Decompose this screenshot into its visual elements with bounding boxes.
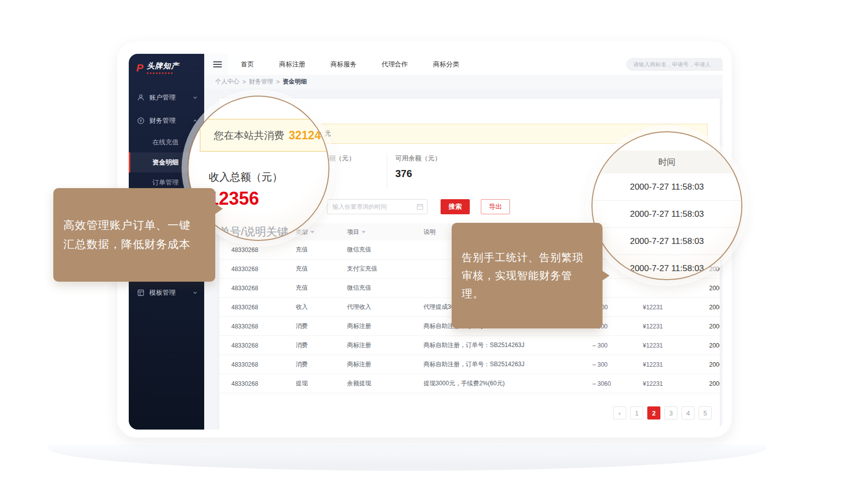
template-icon bbox=[137, 289, 145, 297]
nav-item-trademark-classification[interactable]: 商标分类 bbox=[420, 54, 472, 75]
sidebar-item-finance[interactable]: 财务管理 bbox=[129, 109, 204, 132]
top-navbar: 首页 商标注册 商标服务 代理合作 商标分类 bbox=[204, 54, 723, 75]
cell-order-number: 48330268 bbox=[231, 323, 296, 330]
pagination-page-button[interactable]: 1 bbox=[630, 406, 643, 419]
chevron-down-icon bbox=[193, 95, 198, 100]
search-input[interactable] bbox=[626, 58, 723, 71]
cell-balance: ¥12231 bbox=[643, 323, 709, 330]
pagination-page-button-active[interactable]: 2 bbox=[647, 406, 660, 419]
finance-icon bbox=[137, 117, 145, 125]
cell-time: 2000-7-27 11:58:03 bbox=[709, 304, 720, 311]
cell-balance: ¥12231 bbox=[643, 342, 709, 349]
tooltip-left: 高效管理账户订单、一键 汇总数据，降低财务成本 bbox=[53, 188, 215, 282]
cell-amount: – 300 bbox=[592, 342, 643, 349]
sidebar-item-account[interactable]: 账户管理 bbox=[129, 86, 204, 109]
cell-type: 充值 bbox=[296, 245, 347, 254]
breadcrumb: 个人中心 > 财务管理 > 资金明细 bbox=[204, 75, 723, 89]
cell-order-number: 48330268 bbox=[231, 380, 296, 387]
nav-item-home[interactable]: 首页 bbox=[228, 54, 267, 75]
sidebar-item-label: 模板管理 bbox=[149, 288, 193, 297]
cell-type: 消费 bbox=[296, 322, 347, 330]
magnified-time-cell: 2000-7-27 11:58:03 bbox=[592, 174, 741, 201]
brand-logo-icon: P bbox=[136, 62, 143, 73]
date-input-wrap bbox=[327, 199, 428, 214]
cell-order-number: 48330268 bbox=[231, 361, 296, 368]
cell-time: 2000-7-27 11:58:03 bbox=[709, 285, 720, 292]
cell-project: 支付宝充值 bbox=[347, 265, 423, 273]
sidebar-item-label: 财务管理 bbox=[149, 116, 193, 125]
cell-amount: – 3060 bbox=[592, 380, 643, 387]
cell-project: 余额提现 bbox=[347, 379, 423, 388]
cell-order-number: 48330268 bbox=[231, 304, 296, 311]
date-range-input[interactable] bbox=[327, 199, 428, 214]
search-button[interactable]: 搜索 bbox=[441, 199, 470, 214]
laptop-base bbox=[48, 445, 767, 471]
tooltip-arrow-right-icon bbox=[215, 203, 223, 214]
user-icon bbox=[137, 94, 145, 102]
header-type[interactable]: 类型 bbox=[296, 228, 347, 236]
sort-caret-icon bbox=[362, 231, 366, 233]
cell-description: 提现3000元，手续费2%(60元) bbox=[423, 379, 592, 388]
magnified-time-cell: 2000-7-27 11:58:03 bbox=[592, 201, 741, 228]
table-row[interactable]: 48330268 消费 商标注册 商标自助注册，订单号：SB2514263J –… bbox=[219, 336, 720, 355]
header-project[interactable]: 项目 bbox=[347, 228, 423, 236]
cell-time: 2000-7-27 11:58:03 bbox=[709, 323, 720, 330]
cell-order-number: 48330268 bbox=[231, 342, 296, 349]
pagination-page-button[interactable]: 4 bbox=[681, 406, 695, 419]
brand-logo[interactable]: P 头牌知产 bbox=[129, 54, 204, 81]
sidebar-item-templates[interactable]: 模板管理 bbox=[129, 281, 204, 304]
nav-item-agency-cooperation[interactable]: 代理合作 bbox=[369, 54, 420, 75]
pagination-page-button[interactable]: 5 bbox=[699, 406, 712, 419]
cell-order-number: 48330268 bbox=[231, 246, 296, 254]
cell-project: 商标注册 bbox=[347, 322, 423, 330]
brand-name: 头牌知产 bbox=[147, 61, 179, 71]
cell-balance: ¥12231 bbox=[643, 380, 709, 387]
cell-order-number: 48330268 bbox=[231, 285, 296, 292]
sidebar-item-label: 账户管理 bbox=[149, 93, 193, 102]
breadcrumb-part[interactable]: 财务管理 bbox=[249, 77, 273, 86]
cell-time: 2000-7-27 11:58:03 bbox=[709, 380, 720, 387]
magnified-income-label: 收入总额（元） bbox=[209, 170, 283, 184]
cell-type: 提现 bbox=[296, 379, 347, 388]
export-button[interactable]: 导出 bbox=[481, 199, 510, 214]
chevron-up-icon bbox=[193, 118, 198, 123]
cell-time: 2000-7-27 11:58:03 bbox=[709, 266, 720, 273]
hamburger-menu-icon[interactable] bbox=[204, 54, 228, 75]
breadcrumb-current: 资金明细 bbox=[283, 77, 307, 86]
chevron-down-icon bbox=[193, 290, 198, 295]
magnified-time-cell: 2000-7-27 11:58:03 bbox=[592, 228, 741, 255]
brand-tagline-dots bbox=[147, 72, 173, 74]
cell-project: 商标注册 bbox=[347, 341, 423, 350]
breadcrumb-separator: > bbox=[242, 78, 246, 86]
cell-project: 微信充值 bbox=[347, 245, 423, 254]
cell-description: 商标自助注册，订单号：SB2514263J bbox=[423, 360, 592, 369]
cell-amount: – 300 bbox=[592, 361, 643, 368]
cell-type: 收入 bbox=[296, 303, 347, 311]
cell-project: 代理收入 bbox=[347, 303, 423, 311]
pagination-prev-button[interactable]: ‹ bbox=[613, 406, 626, 419]
cell-description: 商标自助注册，订单号：SB2514263J bbox=[423, 341, 592, 350]
magnified-time-header: 时间 bbox=[592, 150, 741, 174]
cell-type: 充值 bbox=[296, 265, 347, 273]
table-row[interactable]: 48330268 提现 余额提现 提现3000元，手续费2%(60元) – 30… bbox=[219, 374, 720, 393]
cell-type: 充值 bbox=[296, 284, 347, 292]
cell-project: 微信充值 bbox=[347, 284, 423, 292]
nav-item-trademark-services[interactable]: 商标服务 bbox=[318, 54, 369, 75]
cell-balance: ¥12231 bbox=[643, 361, 709, 368]
magnified-banner-amount: 32124 bbox=[289, 129, 321, 142]
table-row[interactable]: 48330268 消费 商标注册 商标自助注册，订单号：SB2514263J –… bbox=[219, 355, 720, 374]
magnified-consumption-banner: 您在本站共消费 32124 bbox=[200, 119, 329, 152]
tooltip-left-text: 高效管理账户订单、一键 汇总数据，降低财务成本 bbox=[63, 219, 191, 250]
cell-type: 消费 bbox=[296, 341, 347, 350]
tooltip-right-text: 告别手工统计、告别繁琐 审核，实现智能财务管 理。 bbox=[462, 251, 583, 299]
cell-time: 2000-7-27 11:58:03 bbox=[709, 342, 720, 349]
breadcrumb-part[interactable]: 个人中心 bbox=[215, 77, 239, 86]
nav-item-trademark-registration[interactable]: 商标注册 bbox=[267, 54, 318, 75]
cell-project: 商标注册 bbox=[347, 360, 423, 369]
tooltip-arrow-right-icon bbox=[602, 271, 610, 281]
cell-balance: ¥12231 bbox=[643, 304, 709, 311]
page: P 头牌知产 账户管理 bbox=[0, 0, 853, 504]
calendar-icon[interactable] bbox=[416, 203, 423, 210]
cell-type: 消费 bbox=[296, 360, 347, 369]
pagination-page-button[interactable]: 3 bbox=[664, 406, 677, 419]
